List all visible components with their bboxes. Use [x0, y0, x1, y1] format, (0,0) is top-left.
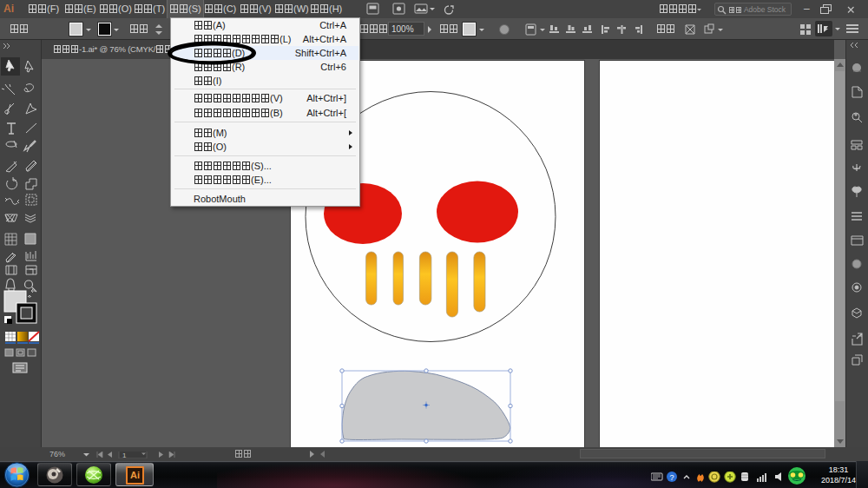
svg-text:1: 1 — [122, 452, 127, 458]
svg-text:?: ? — [670, 473, 674, 482]
